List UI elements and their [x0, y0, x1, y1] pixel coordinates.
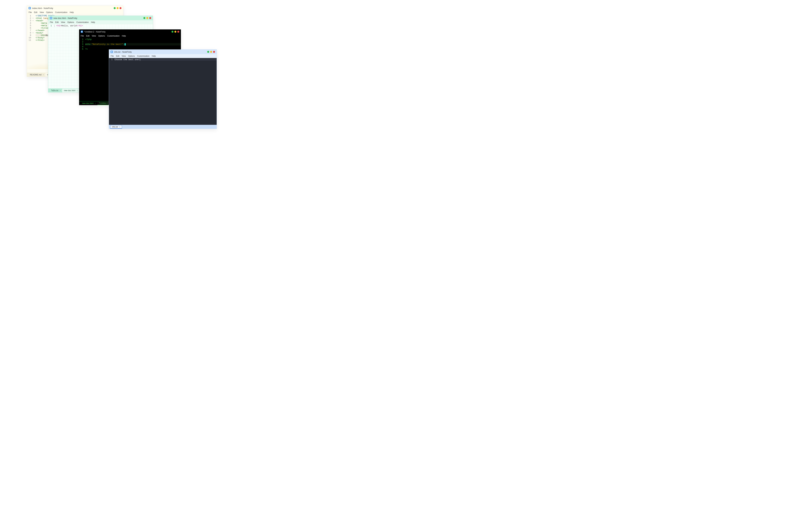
close-button[interactable] — [213, 51, 215, 53]
line-number: 5 — [81, 48, 83, 50]
code-area[interactable]: Choose the best one! — [114, 58, 217, 125]
file-tab[interactable]: new doc.html × — [80, 102, 97, 105]
file-tab[interactable]: new doc.html × — [62, 89, 79, 92]
menu-options[interactable]: Options — [46, 11, 53, 14]
tab-label: ToDo.txt — [51, 89, 58, 92]
tab-label: new doc.html — [82, 102, 93, 104]
menu-help[interactable]: Help — [70, 11, 74, 14]
line-gutter: 12345 — [79, 38, 85, 101]
editor-window-4: info.txt - NoteFinity File Edit View Opt… — [109, 49, 217, 129]
close-button[interactable] — [177, 31, 179, 33]
code-line[interactable]: <?php — [85, 38, 181, 41]
menu-options[interactable]: Options — [98, 35, 105, 37]
line-number: 5 — [29, 24, 34, 27]
window-controls — [143, 17, 151, 19]
menu-help[interactable]: Help — [122, 35, 126, 37]
window-title: *Untitled-2 - NoteFinity — [84, 30, 106, 33]
line-number: 1 — [50, 25, 52, 27]
titlebar[interactable]: info.txt - NoteFinity — [109, 50, 217, 54]
line-number: 10 — [29, 36, 34, 39]
menu-view[interactable]: View — [39, 11, 44, 14]
close-tab-icon[interactable]: × — [119, 126, 120, 128]
close-button[interactable] — [149, 17, 151, 19]
menu-edit[interactable]: Edit — [55, 21, 59, 23]
minimize-button[interactable] — [207, 51, 209, 53]
line-number: 1 — [111, 58, 113, 61]
window-controls — [207, 51, 215, 53]
window-controls — [114, 7, 121, 9]
tab-label: README.md — [30, 74, 41, 76]
line-gutter: 1 — [48, 24, 53, 88]
menu-help[interactable]: Help — [152, 55, 156, 57]
code-line[interactable] — [85, 46, 181, 48]
menu-view[interactable]: View — [122, 55, 126, 57]
menu-view[interactable]: View — [61, 21, 65, 23]
file-tab[interactable]: info.txt × — [110, 125, 122, 129]
window-title: new doc.html - NoteFinity — [53, 17, 77, 19]
menu-edit[interactable]: Edit — [86, 35, 89, 37]
menu-file[interactable]: File — [50, 21, 53, 23]
app-icon — [29, 7, 31, 9]
menubar: File Edit View Options Customization Hel… — [27, 10, 123, 14]
line-number: 4 — [81, 46, 83, 48]
code-editor[interactable]: 1 Choose the best one! — [109, 58, 217, 125]
menubar: File Edit View Options Customization Hel… — [109, 54, 217, 58]
minimize-button[interactable] — [143, 17, 145, 19]
line-number: 9 — [29, 34, 34, 36]
close-tab-icon[interactable]: × — [60, 89, 61, 92]
menu-file[interactable]: File — [81, 35, 84, 37]
menu-customization[interactable]: Customization — [107, 35, 119, 37]
menu-help[interactable]: Help — [91, 21, 95, 23]
line-number: 2 — [81, 41, 83, 43]
line-number: 4 — [29, 22, 34, 24]
menu-edit[interactable]: Edit — [34, 11, 37, 14]
line-number: 8 ▾ — [29, 32, 34, 34]
menu-customization[interactable]: Customization — [55, 11, 67, 14]
tab-label: info.txt — [112, 126, 118, 128]
code-line[interactable]: { <h1>Hello, world</h1> — [54, 25, 153, 27]
titlebar[interactable]: index.html - NoteFinity — [27, 6, 123, 10]
menu-edit[interactable]: Edit — [116, 55, 119, 57]
menu-options[interactable]: Options — [128, 55, 135, 57]
code-line[interactable]: echo "NoteFinity is the best!"; — [85, 43, 181, 46]
close-tab-icon[interactable]: × — [77, 89, 78, 92]
line-number: 2 ▾ — [29, 17, 34, 20]
line-number: 6 — [29, 27, 34, 29]
file-tab[interactable]: ToDo.txt × — [50, 89, 62, 92]
menu-file[interactable]: File — [29, 11, 32, 14]
app-icon — [50, 17, 52, 19]
file-tab[interactable]: README.md × — [28, 73, 46, 77]
tab-label: *Untitled-2 — [99, 102, 108, 104]
menubar: File Edit View Options Customization Hel… — [79, 34, 181, 38]
tab-bar: info.txt × — [109, 125, 217, 129]
menu-customization[interactable]: Customization — [76, 21, 89, 23]
line-number: 3 — [81, 43, 83, 46]
menu-options[interactable]: Options — [67, 21, 74, 23]
menubar: File Edit View Options Customization Hel… — [48, 20, 153, 24]
close-tab-icon[interactable]: × — [95, 102, 96, 104]
maximize-button[interactable] — [174, 31, 176, 33]
line-gutter: 1 — [109, 58, 114, 125]
code-line[interactable] — [85, 41, 181, 43]
titlebar[interactable]: new doc.html - NoteFinity — [48, 16, 153, 20]
window-title: index.html - NoteFinity — [32, 7, 53, 9]
maximize-button[interactable] — [210, 51, 212, 53]
line-number: 1 — [29, 15, 34, 17]
maximize-button[interactable] — [117, 7, 118, 9]
maximize-button[interactable] — [146, 17, 148, 19]
app-icon — [81, 30, 83, 33]
menu-file[interactable]: File — [111, 55, 114, 57]
close-tab-icon[interactable]: × — [43, 74, 44, 76]
code-line[interactable]: Choose the best one! — [114, 58, 217, 61]
tab-label: new doc.html — [64, 89, 75, 92]
line-number: 1 — [81, 38, 83, 41]
minimize-button[interactable] — [114, 7, 116, 9]
line-gutter: 1 2 ▾3 ▾4 5 6 7 8 ▾9 10 11 — [27, 14, 35, 73]
line-number: 7 — [29, 29, 34, 32]
menu-view[interactable]: View — [92, 35, 96, 37]
close-button[interactable] — [119, 7, 121, 9]
menu-customization[interactable]: Customization — [137, 55, 149, 57]
titlebar[interactable]: *Untitled-2 - NoteFinity — [79, 29, 181, 34]
line-number: 3 ▾ — [29, 20, 34, 22]
minimize-button[interactable] — [171, 31, 173, 33]
